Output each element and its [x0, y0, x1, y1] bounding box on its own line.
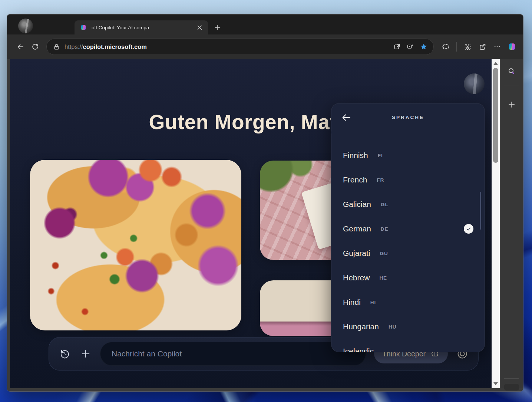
browser-tab[interactable]: oft Copilot: Your AI compa [75, 20, 208, 34]
language-code: HU [389, 324, 397, 330]
lock-icon[interactable] [50, 40, 63, 53]
check-icon [464, 224, 473, 234]
language-code: DE [381, 226, 389, 232]
language-list-item[interactable]: Gujarati GU [331, 241, 485, 266]
language-name: Gujarati [343, 249, 370, 258]
screenshot-icon[interactable] [461, 40, 474, 53]
sidebar-divider [504, 86, 519, 86]
suggestion-card-tacos-image[interactable] [30, 160, 241, 330]
more-ellipsis-icon[interactable] [490, 40, 504, 53]
copilot-favicon [80, 24, 87, 31]
history-icon[interactable] [59, 347, 71, 360]
language-name: Hungarian [343, 322, 379, 331]
language-list-item[interactable]: Finnish FI [331, 143, 485, 168]
browser-toolbar: https://copilot.microsoft.com [7, 34, 523, 59]
language-code: FR [377, 177, 384, 183]
language-list-scrollbar[interactable] [480, 192, 481, 230]
url-host: copilot.microsoft.com [83, 43, 147, 50]
language-list-item[interactable]: French FR [331, 168, 485, 192]
favorite-star-icon[interactable] [417, 40, 430, 53]
url-text: https://copilot.microsoft.com [65, 43, 147, 50]
language-code: HE [379, 275, 387, 281]
back-icon[interactable] [14, 40, 27, 53]
tab-close-icon[interactable] [195, 23, 204, 32]
language-code: GL [381, 202, 389, 207]
edge-sidebar [500, 59, 523, 388]
message-input[interactable] [100, 342, 366, 366]
scroll-up-icon[interactable] [493, 62, 498, 65]
language-name: French [343, 175, 367, 184]
language-panel-title: SPRACHE [331, 115, 485, 120]
language-list-item[interactable]: Icelandic [331, 339, 485, 352]
new-tab-icon[interactable] [212, 22, 223, 33]
language-list-item[interactable]: Hungarian HU [331, 314, 485, 339]
address-bar[interactable]: https://copilot.microsoft.com [46, 39, 434, 55]
read-aloud-icon[interactable] [404, 40, 417, 53]
language-name: Galician [343, 200, 371, 209]
language-list-item[interactable]: German DE [331, 217, 485, 241]
browser-content-area: Guten Morgen, Maya [7, 59, 523, 391]
language-code: HI [370, 300, 376, 305]
plus-icon[interactable] [79, 347, 92, 360]
user-avatar[interactable] [464, 73, 485, 94]
language-panel: SPRACHE Finnish FI [331, 103, 485, 352]
sidebar-bottom-button[interactable] [504, 384, 519, 391]
page-scrollbar[interactable] [492, 59, 500, 388]
language-code: FI [378, 153, 383, 158]
url-protocol: https:// [65, 43, 83, 50]
windows-desktop-wallpaper: oft Copilot: Your AI compa https:/ [0, 0, 532, 402]
search-icon[interactable] [505, 64, 519, 78]
language-panel-header: SPRACHE [331, 103, 485, 132]
open-in-app-icon[interactable] [390, 40, 404, 53]
language-list-item[interactable]: Hebrew HE [331, 266, 485, 290]
language-list: Finnish FI French FR [331, 143, 485, 352]
language-name: Icelandic [343, 347, 374, 352]
scroll-down-icon[interactable] [493, 382, 498, 385]
toolbar-separator [456, 42, 457, 52]
browser-title-bar: oft Copilot: Your AI compa [7, 14, 523, 34]
sidebar-bottom-divider [504, 378, 519, 379]
language-list-item[interactable]: Hindi HI [331, 290, 485, 314]
edge-browser-window: oft Copilot: Your AI compa https:/ [7, 14, 523, 392]
copilot-page: Guten Morgen, Maya [10, 59, 492, 388]
language-name: German [343, 224, 371, 233]
extensions-icon[interactable] [439, 40, 452, 53]
browser-profile-avatar[interactable] [18, 19, 33, 33]
language-list-item[interactable]: Galician GL [331, 192, 485, 217]
scrollbar-thumb[interactable] [493, 68, 498, 163]
share-icon[interactable] [476, 40, 489, 53]
add-icon[interactable] [505, 98, 519, 112]
language-name: Hindi [343, 298, 361, 307]
language-name: Finnish [343, 151, 368, 160]
language-name: Hebrew [343, 273, 370, 282]
language-code: GU [380, 251, 388, 256]
refresh-icon[interactable] [29, 40, 42, 53]
tab-title: oft Copilot: Your AI compa [92, 25, 195, 30]
copilot-logo-icon[interactable] [505, 40, 519, 53]
